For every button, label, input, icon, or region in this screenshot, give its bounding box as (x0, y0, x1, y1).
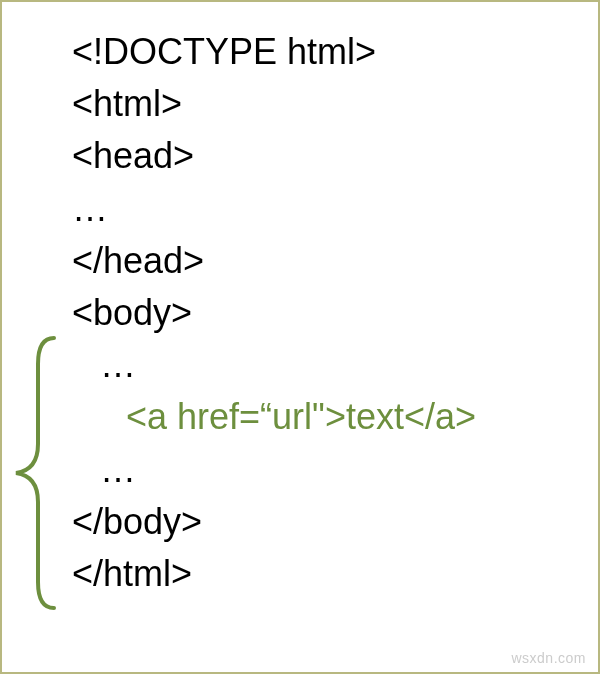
curly-bracket-icon (10, 334, 60, 612)
code-line-body-ellipsis-2: … (72, 444, 568, 496)
code-line-body-open: <body> (72, 287, 568, 339)
code-line-anchor: <a href=“url">text</a> (72, 391, 568, 443)
code-line-html-close: </html> (72, 548, 568, 600)
watermark-text: wsxdn.com (511, 650, 586, 666)
code-line-head-open: <head> (72, 130, 568, 182)
code-snippet: <!DOCTYPE html> <html> <head> … </head> … (2, 2, 598, 624)
code-line-head-close: </head> (72, 235, 568, 287)
code-line-html-open: <html> (72, 78, 568, 130)
code-line-body-close: </body> (72, 496, 568, 548)
code-line-body-ellipsis-1: … (72, 339, 568, 391)
code-line-head-ellipsis: … (72, 183, 568, 235)
code-line-doctype: <!DOCTYPE html> (72, 26, 568, 78)
